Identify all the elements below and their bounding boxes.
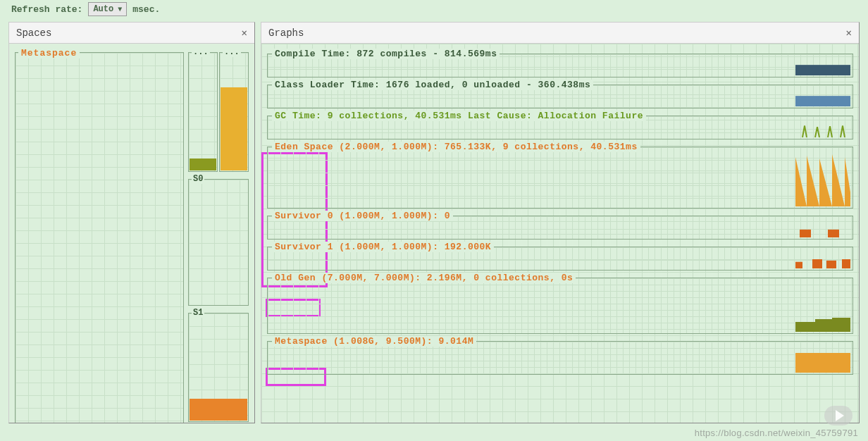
refresh-rate-label: Refresh rate: bbox=[11, 4, 82, 15]
graph-label: Survivor 0 (1.000M, 1.000M): 0 bbox=[272, 211, 453, 221]
svg-rect-6 bbox=[826, 261, 836, 268]
spaces-box-1-fill bbox=[190, 159, 216, 170]
svg-rect-7 bbox=[842, 259, 850, 268]
spaces-box-1-label: ... bbox=[192, 47, 210, 57]
refresh-rate-value: Auto bbox=[93, 4, 113, 14]
mini-chart bbox=[795, 119, 850, 137]
mini-chart bbox=[795, 88, 850, 106]
graph-label: Class Loader Time: 1676 loaded, 0 unload… bbox=[272, 80, 593, 90]
graph-row: Metaspace (1.008G, 9.500M): 9.014M bbox=[267, 341, 853, 375]
graph-label: Survivor 1 (1.000M, 1.000M): 192.000K bbox=[272, 242, 494, 252]
svg-rect-1 bbox=[795, 96, 850, 106]
graph-label: Old Gen (7.000M, 7.000M): 2.196M, 0 coll… bbox=[272, 273, 576, 283]
spaces-box-1: ... bbox=[188, 52, 218, 172]
svg-rect-4 bbox=[795, 262, 802, 268]
graph-row: Old Gen (7.000M, 7.000M): 2.196M, 0 coll… bbox=[267, 278, 853, 334]
svg-rect-8 bbox=[795, 353, 850, 373]
spaces-top-row: ... ... bbox=[188, 48, 249, 172]
graph-row: GC Time: 9 collections, 40.531ms Last Ca… bbox=[267, 116, 853, 139]
play-button[interactable] bbox=[824, 406, 852, 426]
spaces-box-2: ... bbox=[219, 52, 249, 172]
close-icon[interactable]: ✕ bbox=[242, 27, 247, 39]
graph-label: Compile Time: 872 compiles - 814.569ms bbox=[272, 49, 500, 59]
s1-fill bbox=[190, 399, 247, 421]
mini-chart bbox=[795, 281, 850, 332]
graph-row: Survivor 1 (1.000M, 1.000M): 192.000K bbox=[267, 247, 853, 271]
metaspace-label: Metaspace bbox=[18, 48, 80, 58]
chevron-down-icon: ▼ bbox=[118, 6, 122, 13]
metaspace-box: Metaspace bbox=[15, 52, 184, 423]
svg-rect-2 bbox=[800, 230, 811, 237]
spaces-panel: Spaces ✕ Metaspace ... ... bbox=[8, 22, 255, 423]
mini-chart bbox=[795, 57, 850, 75]
svg-rect-3 bbox=[828, 230, 839, 237]
s0-box: S0 bbox=[188, 179, 249, 306]
graphs-title: Graphs bbox=[268, 27, 304, 39]
graph-label: GC Time: 9 collections, 40.531ms Last Ca… bbox=[272, 111, 646, 121]
graph-label: Metaspace (1.008G, 9.500M): 9.014M bbox=[272, 336, 476, 347]
s1-box: S1 bbox=[188, 313, 249, 422]
graphs-panel: Graphs ✕ Compile Time: 872 compiles - 81… bbox=[261, 22, 860, 423]
graph-label: Eden Space (2.000M, 1.000M): 765.133K, 9… bbox=[272, 142, 640, 152]
svg-rect-5 bbox=[812, 259, 822, 268]
graph-row: Survivor 0 (1.000M, 1.000M): 0 bbox=[267, 216, 853, 240]
mini-chart bbox=[795, 250, 850, 268]
graph-row: Class Loader Time: 1676 loaded, 0 unload… bbox=[267, 85, 853, 108]
play-icon bbox=[836, 410, 844, 421]
toolbar: Refresh rate: Auto ▼ msec. bbox=[0, 0, 868, 22]
watermark: https://blog.csdn.net/weixin_45759791 bbox=[695, 428, 858, 438]
svg-rect-0 bbox=[795, 65, 850, 75]
spaces-box-2-label: ... bbox=[223, 47, 241, 57]
refresh-rate-select[interactable]: Auto ▼ bbox=[88, 2, 127, 16]
graph-row: Eden Space (2.000M, 1.000M): 765.133K, 9… bbox=[267, 147, 853, 209]
graph-row: Compile Time: 872 compiles - 814.569ms bbox=[267, 54, 853, 77]
s0-label: S0 bbox=[192, 174, 204, 184]
mini-chart bbox=[795, 150, 850, 206]
mini-chart bbox=[795, 344, 850, 373]
close-icon[interactable]: ✕ bbox=[846, 27, 852, 39]
mini-chart bbox=[795, 219, 850, 237]
refresh-rate-unit: msec. bbox=[132, 4, 160, 15]
s1-label: S1 bbox=[192, 308, 204, 318]
spaces-box-2-fill bbox=[221, 87, 247, 170]
spaces-title: Spaces bbox=[16, 27, 51, 39]
